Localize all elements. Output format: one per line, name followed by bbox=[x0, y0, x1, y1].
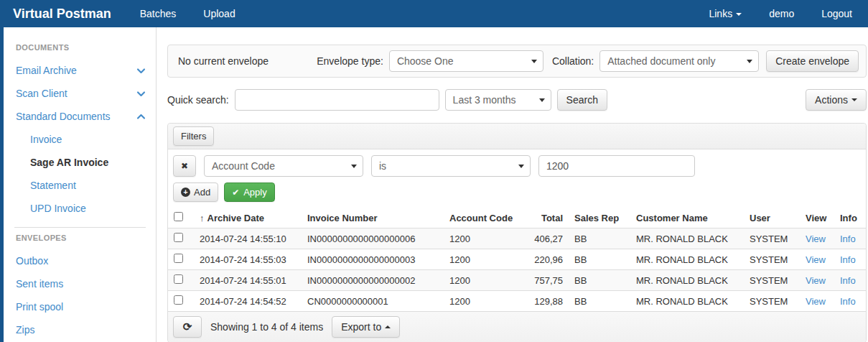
filter-value-input[interactable] bbox=[538, 155, 695, 177]
quick-search-row: Quick search: Last 3 months Search Actio… bbox=[167, 89, 867, 111]
cell-sales-rep: BB bbox=[569, 249, 630, 270]
row-checkbox[interactable] bbox=[174, 254, 183, 263]
column-invoice-number[interactable]: Invoice Number bbox=[302, 208, 444, 228]
brand-title[interactable]: Virtual Postman bbox=[13, 6, 111, 22]
export-button-label: Export to bbox=[341, 321, 381, 333]
sort-ascending-icon: ↑ bbox=[200, 213, 205, 223]
caret-up-icon bbox=[385, 325, 391, 328]
table-row: 2014-07-24 14:54:52 CN0000000000001 1200… bbox=[168, 291, 866, 312]
filters-panel-header: Filters bbox=[168, 124, 866, 149]
sidebar-item-print-spool[interactable]: Print spool bbox=[14, 295, 156, 318]
actions-button[interactable]: Actions bbox=[806, 89, 867, 111]
export-to-button[interactable]: Export to bbox=[332, 316, 400, 338]
cell-customer-name: MR. RONALD BLACK bbox=[630, 291, 744, 312]
caret-down-icon bbox=[747, 60, 752, 63]
info-link[interactable]: Info bbox=[840, 296, 856, 307]
column-archive-date[interactable]: ↑Archive Date bbox=[194, 208, 302, 228]
refresh-button[interactable]: ⟳ bbox=[173, 316, 202, 338]
cell-customer-name: MR. RONALD BLACK bbox=[630, 270, 744, 291]
add-button-label: Add bbox=[194, 187, 210, 198]
filters-table-panel: Filters ✖ Account Code is +Add bbox=[167, 123, 867, 342]
apply-filters-button[interactable]: ✔Apply bbox=[224, 182, 275, 202]
search-period-value: Last 3 months bbox=[453, 94, 516, 106]
sidebar-item-scan-client[interactable]: Scan Client bbox=[14, 82, 156, 105]
nav-upload[interactable]: Upload bbox=[203, 8, 235, 19]
column-label: Invoice Number bbox=[307, 213, 378, 223]
column-view: View bbox=[800, 208, 834, 228]
cell-account-code: 1200 bbox=[444, 291, 521, 312]
cell-archive-date: 2014-07-24 14:55:01 bbox=[194, 270, 302, 291]
envelope-type-value: Choose One bbox=[397, 55, 454, 67]
sidebar-item-invoice[interactable]: Invoice bbox=[14, 128, 156, 151]
search-period-select[interactable]: Last 3 months bbox=[445, 89, 551, 111]
sidebar-heading-documents: DOCUMENTS bbox=[16, 43, 156, 52]
column-label: Account Code bbox=[449, 213, 513, 223]
sidebar-item-statement[interactable]: Statement bbox=[14, 174, 156, 197]
info-link[interactable]: Info bbox=[840, 234, 856, 244]
view-link[interactable]: View bbox=[806, 234, 826, 244]
table-row: 2014-07-24 14:55:10 IN000000000000000000… bbox=[168, 228, 866, 249]
info-link[interactable]: Info bbox=[840, 254, 856, 265]
column-label: View bbox=[806, 213, 826, 223]
table-header-row: ↑Archive Date Invoice Number Account Cod… bbox=[168, 208, 866, 228]
cell-account-code: 1200 bbox=[444, 228, 521, 249]
filters-toggle-button[interactable]: Filters bbox=[173, 126, 214, 146]
cell-total: 406,27 bbox=[521, 228, 569, 249]
collation-select[interactable]: Attached document only bbox=[599, 50, 759, 72]
sidebar-divider bbox=[14, 227, 146, 228]
select-all-checkbox[interactable] bbox=[174, 212, 183, 221]
nav-logout[interactable]: Logout bbox=[821, 8, 852, 19]
column-user[interactable]: User bbox=[744, 208, 800, 228]
row-checkbox[interactable] bbox=[174, 233, 183, 242]
nav-links-dropdown[interactable]: Links bbox=[709, 8, 742, 19]
sidebar-item-sent-items[interactable]: Sent items bbox=[14, 272, 156, 295]
remove-filter-button[interactable]: ✖ bbox=[173, 155, 196, 177]
nav-links-label: Links bbox=[709, 8, 732, 19]
table-row: 2014-07-24 14:55:01 IN000000000000000000… bbox=[168, 270, 866, 291]
caret-down-icon bbox=[531, 60, 537, 63]
column-total[interactable]: Total bbox=[521, 208, 569, 228]
view-link[interactable]: View bbox=[806, 296, 826, 307]
cell-account-code: 1200 bbox=[444, 249, 521, 270]
plus-icon: + bbox=[181, 188, 190, 197]
filter-operator-select[interactable]: is bbox=[371, 155, 531, 177]
view-link[interactable]: View bbox=[806, 275, 826, 286]
cell-sales-rep: BB bbox=[569, 291, 630, 312]
showing-count-text: Showing 1 to 4 of 4 items bbox=[210, 321, 323, 333]
cell-archive-date: 2014-07-24 14:54:52 bbox=[194, 291, 302, 312]
create-envelope-button[interactable]: Create envelope bbox=[766, 50, 859, 72]
sidebar: DOCUMENTS Email Archive Scan Client Stan… bbox=[4, 27, 157, 342]
row-checkbox[interactable] bbox=[174, 274, 183, 284]
view-link[interactable]: View bbox=[806, 254, 826, 265]
sidebar-item-label: Email Archive bbox=[16, 65, 77, 76]
sidebar-item-zips[interactable]: Zips bbox=[14, 318, 156, 341]
column-sales-rep[interactable]: Sales Rep bbox=[569, 208, 630, 228]
filter-actions-row: +Add ✔Apply bbox=[173, 182, 861, 202]
collation-value: Attached document only bbox=[607, 55, 715, 67]
column-customer-name[interactable]: Customer Name bbox=[630, 208, 744, 228]
cell-archive-date: 2014-07-24 14:55:03 bbox=[194, 249, 302, 270]
quick-search-input[interactable] bbox=[235, 89, 439, 111]
chevron-down-icon bbox=[136, 66, 146, 75]
navbar-right-group: Links demo Logout bbox=[681, 8, 852, 19]
sidebar-item-sage-ar-invoice[interactable]: Sage AR Invoice bbox=[14, 151, 156, 174]
check-icon: ✔ bbox=[232, 188, 239, 198]
column-account-code[interactable]: Account Code bbox=[444, 208, 521, 228]
remove-icon: ✖ bbox=[181, 161, 188, 171]
envelope-type-select[interactable]: Choose One bbox=[389, 50, 543, 72]
filter-row: ✖ Account Code is bbox=[173, 155, 861, 177]
sidebar-item-label: Scan Client bbox=[16, 88, 67, 99]
envelope-status-text: No current envelope bbox=[178, 55, 269, 67]
info-link[interactable]: Info bbox=[840, 275, 856, 286]
add-filter-button[interactable]: +Add bbox=[173, 182, 218, 202]
nav-username[interactable]: demo bbox=[769, 8, 794, 19]
row-checkbox[interactable] bbox=[174, 295, 183, 305]
sidebar-item-standard-documents[interactable]: Standard Documents bbox=[14, 105, 156, 128]
filter-field-select[interactable]: Account Code bbox=[204, 155, 363, 177]
filters-body: ✖ Account Code is +Add ✔Apply bbox=[168, 149, 866, 208]
search-button[interactable]: Search bbox=[557, 89, 607, 111]
sidebar-item-upd-invoice[interactable]: UPD Invoice bbox=[14, 197, 156, 220]
sidebar-item-email-archive[interactable]: Email Archive bbox=[14, 59, 156, 82]
nav-batches[interactable]: Batches bbox=[140, 8, 177, 19]
sidebar-item-outbox[interactable]: Outbox bbox=[14, 249, 156, 272]
